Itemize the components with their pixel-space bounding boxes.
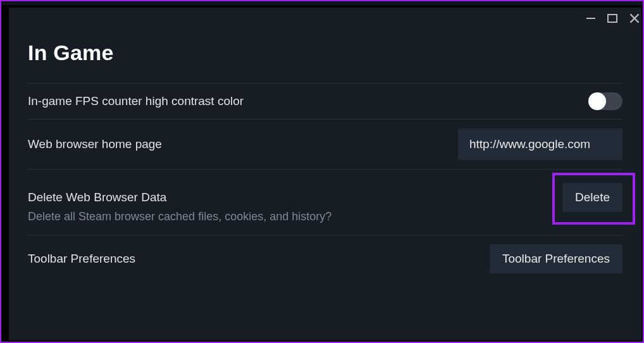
fps-contrast-label: In-game FPS counter high contrast color	[28, 94, 244, 108]
page-title: In Game	[28, 41, 622, 65]
window-titlebar-strip	[1, 1, 643, 5]
toolbar-preferences-button[interactable]: Toolbar Preferences	[490, 244, 622, 273]
toggle-knob	[588, 92, 606, 110]
settings-content: In Game In-game FPS counter high contras…	[9, 8, 641, 282]
settings-window: In Game In-game FPS counter high contras…	[9, 8, 641, 340]
fps-contrast-toggle[interactable]	[588, 92, 622, 110]
row-homepage: Web browser home page	[28, 119, 622, 169]
minimize-icon[interactable]	[585, 12, 597, 25]
svg-rect-1	[608, 15, 617, 22]
homepage-label: Web browser home page	[28, 137, 162, 151]
maximize-icon[interactable]	[606, 12, 619, 25]
delete-button[interactable]: Delete	[562, 183, 622, 212]
row-fps-contrast: In-game FPS counter high contrast color	[28, 83, 622, 119]
toolbar-label: Toolbar Preferences	[28, 252, 135, 266]
row-toolbar-preferences: Toolbar Preferences Toolbar Preferences	[28, 235, 622, 282]
row-delete-browser-data: Delete Web Browser Data Delete Delete al…	[28, 169, 622, 235]
delete-data-description: Delete all Steam browser cached files, c…	[28, 210, 622, 223]
delete-data-label: Delete Web Browser Data	[28, 190, 166, 204]
window-controls	[585, 11, 641, 25]
homepage-input[interactable]	[458, 128, 622, 160]
annotation-frame: In Game In-game FPS counter high contras…	[0, 0, 644, 343]
close-icon[interactable]	[628, 11, 641, 25]
